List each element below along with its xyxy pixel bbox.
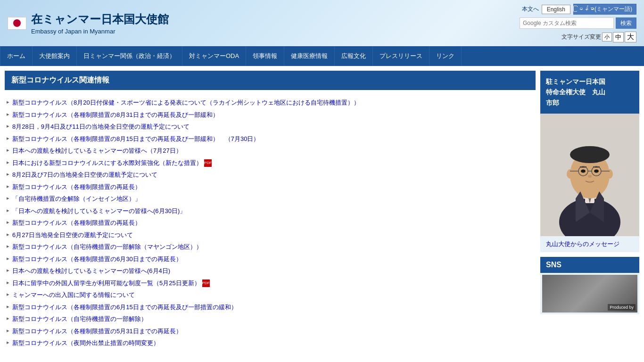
list-item: 8月2日及び7日の当地発全日空便の運航予定について [5, 169, 536, 181]
header-right: 本文へ English မြန်မာ(ミャンマー語) 検索 文字サイズ変更 小 … [520, 4, 636, 42]
list-item: 日本への渡航を検討しているミャンマーの皆様へ（7月27日） [5, 145, 536, 157]
site-title-english: Embassy of Japan in Myanmar [31, 28, 169, 35]
language-row: 本文へ English မြန်မာ(ミャンマー語) [522, 4, 636, 15]
nav-item[interactable]: 対ミャンマーODA [182, 46, 246, 66]
nav-item[interactable]: ホーム [0, 46, 33, 66]
fontsize-medium-button[interactable]: 中 [613, 32, 624, 42]
main-navigation: ホーム大使館案内日ミャンマー関係（政治・経済）対ミャンマーODA領事情報健康医療… [0, 46, 644, 66]
news-link[interactable]: 新型コロナウイルス（各種制限措置の再延長） [12, 219, 141, 226]
news-link[interactable]: 日本への渡航を検討しているミャンマーの皆様へ(6月4日) [12, 267, 170, 274]
list-item: 新型コロナウイルス（各種制限措置の再延長） [5, 217, 536, 229]
search-input[interactable] [520, 17, 614, 29]
search-button[interactable]: 検索 [616, 17, 636, 29]
news-link[interactable]: 新型コロナウイルス（8月20日付保健・スポーツ省による発表について（ラカイン州シ… [12, 99, 360, 106]
list-item: 新型コロナウイルス（各種制限措置の8月31日までの再延長及び一部緩和） [5, 109, 536, 121]
svg-point-13 [606, 169, 613, 179]
header: 在ミャンマー日本国大使館 Embassy of Japan in Myanmar… [0, 0, 644, 46]
nav-item[interactable]: 広報文化 [335, 46, 373, 66]
nav-item[interactable]: 健康医療情報 [284, 46, 335, 66]
list-item: ミャンマーへの出入国に関する情報について [5, 289, 536, 301]
news-list: 新型コロナウイルス（8月20日付保健・スポーツ省による発表について（ラカイン州シ… [5, 95, 536, 351]
list-item: 日本に留学中の外国人留学生が利用可能な制度一覧（5月25日更新）PDF [5, 277, 536, 289]
svg-point-8 [594, 170, 599, 173]
list-item: 8月28日，9月4日及び11日の当地発全日空便の運航予定について [5, 121, 536, 133]
news-link[interactable]: 「自宅待機措置の全解除（インセイン地区）」 [12, 195, 141, 202]
news-link[interactable]: 日本における新型コロナウイルスにする水際対策強化（新たな措置） [12, 159, 202, 166]
news-link[interactable]: 8月2日及び7日の当地発全日空便の運航予定について [12, 171, 157, 178]
list-item: 新型コロナウイルス（8月20日付保健・スポーツ省による発表について（ラカイン州シ… [5, 97, 536, 109]
news-link[interactable]: 日本に留学中の外国人留学生が利用可能な制度一覧（5月25日更新） [12, 280, 200, 287]
list-item: 新型コロナウイルス（各種制限措置の6月30日までの再延長） [5, 253, 536, 265]
svg-point-6 [570, 146, 610, 163]
nav-item[interactable]: 大使館案内 [33, 46, 77, 66]
ambassador-message-anchor[interactable]: 丸山大使からのメッセージ [546, 240, 619, 247]
list-item: 日本への渡航を検討しているミャンマーの皆様へ(6月4日) [5, 265, 536, 277]
pdf-icon: PDF [202, 280, 210, 287]
news-link[interactable]: 新型コロナウイルス（夜間外出禁止措置の時間変更） [12, 339, 159, 346]
produced-label: Produced by [608, 304, 636, 311]
ambassador-message-link[interactable]: 丸山大使からのメッセージ [540, 236, 639, 252]
news-link[interactable]: 6月27日当地発全日空便の運航予定について [12, 231, 133, 239]
fontsize-large-button[interactable]: 大 [625, 32, 636, 42]
news-link[interactable]: 新型コロナウイルス（各種制限措置の5月31日までの再延長） [12, 328, 182, 335]
site-title-japanese: 在ミャンマー日本国大使館 [31, 12, 169, 27]
ambassador-photo [540, 114, 639, 236]
content-area: 新型コロナウイルス関連情報 新型コロナウイルス（8月20日付保健・スポーツ省によ… [5, 71, 536, 351]
nav-item[interactable]: プレスリリース [373, 46, 429, 66]
list-item: 「日本への渡航を検討しているミャンマーの皆様へ(6月30日)」 [5, 205, 536, 217]
news-link[interactable]: 「日本への渡航を検討しているミャンマーの皆様へ(6月30日)」 [12, 207, 186, 214]
list-item: 新型コロナウイルス（各種制限措置の6月15日までの再延長及び一部措置の緩和） [5, 301, 536, 313]
main-layout: 新型コロナウイルス関連情報 新型コロナウイルス（8月20日付保健・スポーツ省によ… [0, 66, 644, 356]
japan-flag-icon [8, 17, 26, 30]
sns-thumbnail: Produced by [542, 275, 637, 313]
news-link[interactable]: 新型コロナウイルス（自宅待機措置の一部解除） [12, 315, 147, 322]
nav-item[interactable]: 領事情報 [246, 46, 284, 66]
honbun-link[interactable]: 本文へ [522, 5, 539, 13]
sns-label: SNS [540, 257, 639, 273]
list-item: 日本における新型コロナウイルスにする水際対策強化（新たな措置）PDF [5, 157, 536, 169]
myanmar-language-button[interactable]: မြန်မာ(ミャンマー語) [573, 4, 636, 15]
sidebar: 駐ミャンマー日本国特命全権大使 丸山市郎 [540, 71, 639, 351]
list-item: 「自宅待機措置の全解除（インセイン地区）」 [5, 193, 536, 205]
news-link[interactable]: 日本への渡航を検討しているミャンマーの皆様へ（7月27日） [12, 147, 182, 154]
nav-item[interactable]: リンク [429, 46, 462, 66]
pdf-icon: PDF [204, 159, 212, 167]
list-item: 新型コロナウイルス（各種制限措置の再延長） [5, 181, 536, 193]
fontsize-row: 文字サイズ変更 小 中 大 [561, 32, 636, 42]
list-item: 新型コロナウイルス（各種制限措置の8月15日までの再延長及び一部緩和） （7月3… [5, 133, 536, 145]
list-item: 6月27日当地発全日空便の運航予定について [5, 229, 536, 241]
fontsize-small-button[interactable]: 小 [602, 33, 612, 41]
header-left: 在ミャンマー日本国大使館 Embassy of Japan in Myanmar [8, 12, 169, 35]
nav-item[interactable]: 日ミャンマー関係（政治・経済） [77, 46, 182, 66]
news-link[interactable]: 新型コロナウイルス（自宅待機措置の一部解除（マヤンゴン地区）） [12, 243, 202, 250]
list-item: 新型コロナウイルス（自宅待機措置の一部解除） [5, 313, 536, 325]
section-title: 新型コロナウイルス関連情報 [5, 71, 536, 90]
ambassador-title: 駐ミャンマー日本国特命全権大使 丸山市郎 [540, 71, 639, 114]
list-item: 新型コロナウイルス（夜間外出禁止措置の時間変更） [5, 337, 536, 349]
news-link[interactable]: 新型コロナウイルス（各種制限措置の8月31日までの再延長及び一部緩和） [12, 111, 219, 118]
fontsize-label: 文字サイズ変更 [561, 33, 601, 41]
list-item: 新型コロナウイルス（各種制限措置の5月31日までの再延長） [5, 325, 536, 337]
list-item: 新型コロナウイルス（自宅待機措置の一部解除（マヤンゴン地区）） [5, 241, 536, 253]
news-link[interactable]: 新型コロナウイルス（各種制限措置の8月15日までの再延長及び一部緩和） （7月3… [12, 135, 259, 142]
search-row: 検索 [520, 17, 636, 29]
sns-content: Produced by [540, 273, 639, 314]
svg-point-7 [581, 170, 586, 173]
site-titles: 在ミャンマー日本国大使館 Embassy of Japan in Myanmar [31, 12, 169, 35]
english-language-button[interactable]: English [542, 5, 570, 14]
news-link[interactable]: 新型コロナウイルス（各種制限措置の6月30日までの再延長） [12, 255, 182, 263]
svg-point-11 [588, 175, 592, 178]
svg-point-12 [567, 169, 573, 179]
news-link[interactable]: ミャンマーへの出入国に関する情報について [12, 291, 135, 298]
news-link[interactable]: 8月28日，9月4日及び11日の当地発全日空便の運航予定について [12, 123, 190, 130]
news-link[interactable]: 新型コロナウイルス（各種制限措置の6月15日までの再延長及び一部措置の緩和） [12, 304, 237, 311]
news-link[interactable]: 新型コロナウイルス（各種制限措置の再延長） [12, 183, 141, 190]
